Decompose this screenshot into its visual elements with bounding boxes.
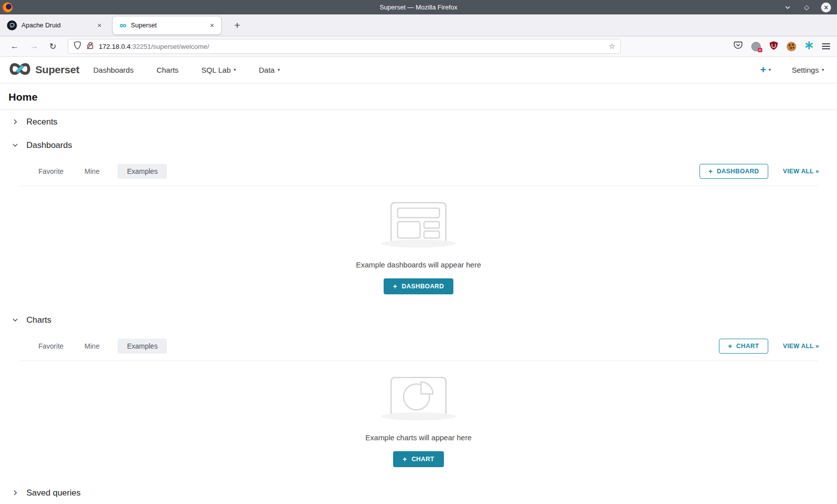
charts-view-all-link[interactable]: VIEW ALL » bbox=[783, 343, 819, 350]
nav-item-dashboards[interactable]: Dashboards bbox=[93, 66, 134, 74]
chart-placeholder-icon bbox=[390, 376, 447, 418]
minimize-chevron-icon[interactable] bbox=[783, 3, 792, 12]
forward-button[interactable]: → bbox=[24, 41, 44, 51]
new-chart-button[interactable]: + CHART bbox=[719, 339, 768, 354]
extension-disabled-icon[interactable]: ✕ bbox=[751, 42, 761, 51]
plus-icon: + bbox=[708, 168, 713, 175]
section-label: Charts bbox=[26, 315, 51, 325]
navbar-links: Dashboards Charts SQL Lab▾ Data▾ bbox=[93, 66, 279, 74]
button-label: CHART bbox=[412, 456, 434, 463]
toolbar-extension-icons: ✕ bbox=[733, 41, 837, 52]
charts-controls: Favorite Mine Examples + CHART VIEW ALL … bbox=[0, 332, 837, 361]
tab-examples[interactable]: Examples bbox=[118, 164, 167, 179]
pocket-icon[interactable] bbox=[733, 41, 743, 52]
ublock-origin-icon[interactable] bbox=[769, 41, 778, 52]
window-controls: ◇ × bbox=[783, 2, 837, 12]
url-text: 172.18.0.4:32251/superset/welcome/ bbox=[99, 43, 604, 50]
nav-item-charts[interactable]: Charts bbox=[156, 66, 178, 74]
settings-menu-button[interactable]: Settings▾ bbox=[792, 66, 824, 74]
illustration-shadow bbox=[381, 240, 456, 248]
close-window-button[interactable]: × bbox=[821, 2, 831, 12]
reload-button[interactable]: ↻ bbox=[44, 41, 62, 52]
section-label: Dashboards bbox=[26, 140, 72, 150]
nav-item-sql-lab[interactable]: SQL Lab▾ bbox=[201, 66, 236, 74]
tab-examples[interactable]: Examples bbox=[118, 339, 167, 354]
nav-item-data[interactable]: Data▾ bbox=[259, 66, 280, 74]
illustration-shadow bbox=[381, 412, 456, 420]
new-item-menu-button[interactable]: + ▾ bbox=[760, 65, 771, 75]
dashboards-empty-state: Example dashboards will appear here + DA… bbox=[0, 186, 837, 308]
recents-collapse-header[interactable]: Recents bbox=[0, 110, 837, 133]
section-label: Recents bbox=[26, 117, 57, 127]
empty-state-text: Example charts will appear here bbox=[365, 433, 471, 442]
bookmark-star-icon[interactable]: ☆ bbox=[609, 42, 615, 51]
section-label: Saved queries bbox=[26, 488, 81, 498]
charts-empty-state: Example charts will appear here + CHART bbox=[0, 361, 837, 481]
superset-tab-icon: ∞ bbox=[120, 20, 127, 30]
caret-down-icon: ▾ bbox=[234, 67, 236, 72]
superset-brand[interactable]: Superset bbox=[8, 62, 79, 78]
new-tab-button[interactable]: + bbox=[230, 19, 244, 31]
chevron-down-icon bbox=[12, 317, 18, 323]
firefox-window: Superset — Mozilla Firefox ◇ × Apache Dr… bbox=[0, 0, 837, 504]
tab-mine[interactable]: Mine bbox=[82, 339, 103, 354]
lock-insecure-icon[interactable] bbox=[86, 41, 94, 52]
tab-apache-druid[interactable]: Apache Druid × bbox=[0, 14, 109, 36]
druid-tab-icon bbox=[7, 20, 17, 30]
hamburger-menu-icon[interactable] bbox=[822, 43, 830, 49]
page-title: Home bbox=[0, 84, 837, 110]
dashboards-subtabs: Favorite Mine Examples bbox=[35, 164, 167, 179]
empty-dashboard-illustration bbox=[381, 201, 456, 248]
caret-down-icon: ▾ bbox=[769, 67, 771, 72]
firefox-logo-icon bbox=[2, 2, 12, 12]
tab-title: Superset bbox=[131, 21, 204, 29]
shield-icon[interactable] bbox=[73, 41, 82, 52]
cookie-icon[interactable] bbox=[787, 42, 796, 51]
window-title: Superset — Mozilla Firefox bbox=[0, 3, 837, 11]
close-tab-icon[interactable]: × bbox=[208, 21, 216, 29]
tab-mine[interactable]: Mine bbox=[82, 164, 103, 179]
button-label: DASHBOARD bbox=[402, 283, 444, 290]
close-tab-icon[interactable]: × bbox=[95, 21, 104, 29]
url-host: 172.18.0.4 bbox=[99, 43, 131, 50]
extension-error-badge: ✕ bbox=[758, 48, 762, 52]
chevron-down-icon bbox=[12, 142, 18, 148]
chevron-right-icon bbox=[12, 490, 18, 496]
maximize-icon[interactable]: ◇ bbox=[802, 3, 811, 12]
tab-favorite[interactable]: Favorite bbox=[35, 164, 67, 179]
tab-superset[interactable]: ∞ Superset × bbox=[113, 16, 221, 34]
create-dashboard-button[interactable]: + DASHBOARD bbox=[384, 278, 453, 294]
charts-actions: + CHART VIEW ALL » bbox=[719, 339, 819, 354]
saved-queries-collapse-header[interactable]: Saved queries bbox=[0, 481, 837, 504]
dashboards-controls: Favorite Mine Examples + DASHBOARD VIEW … bbox=[0, 157, 837, 186]
button-label: DASHBOARD bbox=[717, 168, 759, 175]
new-dashboard-button[interactable]: + DASHBOARD bbox=[699, 164, 768, 179]
plus-icon: + bbox=[760, 65, 766, 75]
window-titlebar: Superset — Mozilla Firefox ◇ × bbox=[0, 0, 837, 14]
superset-logo-icon bbox=[8, 62, 32, 78]
nav-item-label: SQL Lab bbox=[201, 66, 231, 74]
tab-title: Apache Druid bbox=[21, 21, 91, 29]
colorful-asterisk-icon[interactable] bbox=[805, 41, 814, 52]
nav-item-label: Charts bbox=[156, 66, 178, 74]
empty-chart-illustration bbox=[381, 376, 456, 420]
url-bar[interactable]: 172.18.0.4:32251/superset/welcome/ ☆ bbox=[68, 39, 621, 54]
dashboards-actions: + DASHBOARD VIEW ALL » bbox=[699, 164, 819, 179]
nav-item-label: Dashboards bbox=[93, 66, 134, 74]
brand-name: Superset bbox=[35, 64, 79, 76]
url-path: :32251/superset/welcome/ bbox=[131, 43, 209, 50]
plus-icon: + bbox=[393, 283, 398, 290]
caret-down-icon: ▾ bbox=[822, 67, 824, 72]
back-button[interactable]: ← bbox=[5, 41, 24, 51]
dashboards-collapse-header[interactable]: Dashboards bbox=[0, 133, 837, 157]
browser-toolbar: ← → ↻ 172.18.0.4:32251/superset/welcome/… bbox=[0, 36, 837, 57]
plus-icon: + bbox=[728, 343, 732, 350]
charts-collapse-header[interactable]: Charts bbox=[0, 308, 837, 332]
empty-state-text: Example dashboards will appear here bbox=[356, 260, 481, 269]
plus-icon: + bbox=[403, 456, 407, 463]
create-chart-button[interactable]: + CHART bbox=[393, 451, 443, 467]
nav-item-label: Data bbox=[259, 66, 275, 74]
browser-tabbar: Apache Druid × ∞ Superset × + bbox=[0, 14, 837, 36]
tab-favorite[interactable]: Favorite bbox=[35, 339, 67, 354]
dashboards-view-all-link[interactable]: VIEW ALL » bbox=[783, 168, 819, 175]
